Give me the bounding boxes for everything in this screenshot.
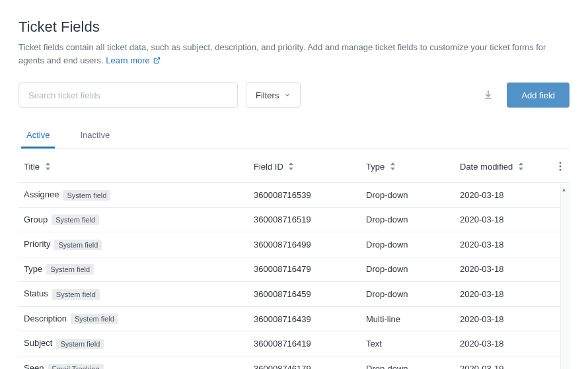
cell-type: Multi-line [366, 314, 460, 324]
row-title: Group [24, 215, 48, 224]
cell-type: Drop-down [366, 190, 460, 200]
sort-icon [288, 162, 294, 172]
cell-fieldid: 360008746179 [254, 364, 366, 369]
learn-more-label: Learn more [106, 55, 149, 65]
cell-fieldid: 360008716479 [254, 264, 366, 274]
tabs: Active Inactive [18, 123, 570, 149]
svg-point-10 [560, 162, 562, 164]
cell-date: 2020-03-18 [460, 339, 546, 349]
svg-marker-2 [46, 162, 50, 165]
sort-icon [390, 162, 396, 172]
svg-marker-3 [46, 168, 50, 170]
svg-point-11 [560, 166, 562, 168]
table-row[interactable]: AssigneeSystem field360008716539Drop-dow… [18, 183, 570, 208]
svg-marker-9 [519, 168, 523, 170]
scroll-up-icon: ▴ [562, 185, 566, 193]
cell-date: 2020-03-18 [460, 190, 546, 200]
filters-label: Filters [256, 90, 279, 100]
cell-title: StatusSystem field [24, 288, 254, 300]
cell-date: 2020-03-18 [460, 215, 546, 224]
svg-line-0 [157, 57, 160, 61]
row-title: Assignee [24, 189, 59, 199]
cell-title: GroupSystem field [24, 215, 254, 226]
svg-marker-7 [390, 168, 395, 170]
row-title: Status [24, 288, 48, 298]
cell-type: Drop-down [366, 289, 460, 299]
cell-fieldid: 360008716439 [254, 314, 366, 324]
row-title: Type [24, 264, 42, 274]
column-fieldid-label: Field ID [254, 162, 283, 172]
cell-fieldid: 360008716419 [254, 339, 366, 349]
page-title: Ticket Fields [18, 18, 570, 36]
svg-point-12 [560, 169, 562, 171]
system-field-badge: System field [56, 339, 104, 349]
column-header-type[interactable]: Type [366, 162, 460, 173]
cell-title: SubjectSystem field [24, 338, 254, 349]
svg-marker-4 [289, 162, 293, 165]
svg-marker-5 [289, 168, 293, 170]
cell-date: 2020-03-18 [460, 289, 546, 299]
search-input[interactable] [18, 83, 238, 108]
row-title: Priority [24, 239, 50, 249]
svg-marker-6 [390, 162, 395, 165]
svg-marker-8 [519, 162, 523, 165]
table-row[interactable]: StatusSystem field360008716459Drop-down2… [18, 282, 570, 307]
table-row[interactable]: TypeSystem field360008716479Drop-down202… [18, 257, 570, 283]
cell-type: Drop-down [366, 364, 460, 369]
column-type-label: Type [366, 162, 385, 172]
cell-title: AssigneeSystem field [24, 189, 254, 201]
cell-type: Text [366, 339, 460, 349]
row-title: Seen [24, 363, 44, 369]
add-field-button[interactable]: Add field [507, 83, 570, 108]
system-field-badge: System field [63, 190, 110, 201]
column-date-label: Date modified [460, 162, 513, 172]
cell-fieldid: 360008716539 [254, 190, 366, 200]
system-field-badge: System field [46, 264, 94, 275]
learn-more-link[interactable]: Learn more [106, 55, 161, 65]
table-row[interactable]: PrioritySystem field360008716499Drop-dow… [18, 232, 570, 257]
description-text: Ticket fields contain all ticket data, s… [18, 42, 546, 65]
table-header: Title Field ID Type Date modified [18, 149, 570, 182]
cell-type: Drop-down [366, 264, 460, 274]
sort-icon [45, 162, 51, 172]
cell-date: 2020-03-18 [460, 240, 546, 250]
tab-inactive[interactable]: Inactive [75, 123, 115, 149]
chevron-down-icon [284, 92, 291, 98]
cell-fieldid: 360008716459 [254, 289, 366, 299]
page-description: Ticket fields contain all ticket data, s… [18, 41, 570, 67]
system-field-badge: System field [52, 289, 100, 300]
scrollbar[interactable]: ▴ [560, 184, 570, 369]
sort-icon [518, 162, 524, 172]
cell-type: Drop-down [366, 240, 460, 250]
table-row[interactable]: SeenEmail Tracking360008746179Drop-down2… [18, 356, 570, 369]
column-title-label: Title [24, 162, 40, 172]
table-row[interactable]: SubjectSystem field360008716419Text2020-… [18, 331, 570, 356]
column-header-title[interactable]: Title [24, 162, 254, 173]
system-field-badge: System field [52, 215, 99, 225]
cell-type: Drop-down [366, 215, 460, 224]
table-body: AssigneeSystem field360008716539Drop-dow… [18, 182, 570, 369]
column-settings-icon[interactable] [559, 163, 562, 173]
table: Title Field ID Type Date modified [18, 149, 570, 369]
cell-title: TypeSystem field [24, 264, 254, 275]
row-title: Description [24, 314, 67, 323]
system-field-badge: System field [54, 240, 102, 250]
column-header-date[interactable]: Date modified [460, 162, 546, 173]
toolbar: Filters Add field [18, 83, 570, 108]
cell-date: 2020-03-18 [460, 314, 546, 324]
cell-date: 2020-03-18 [460, 264, 546, 274]
tab-active[interactable]: Active [21, 123, 55, 149]
row-title: Subject [24, 338, 52, 348]
table-row[interactable]: GroupSystem field360008716519Drop-down20… [18, 208, 570, 233]
external-link-icon [153, 57, 161, 64]
column-header-fieldid[interactable]: Field ID [254, 162, 366, 173]
cell-fieldid: 360008716519 [254, 215, 366, 224]
table-row[interactable]: DescriptionSystem field360008716439Multi… [18, 307, 570, 332]
filters-button[interactable]: Filters [246, 83, 301, 108]
system-field-badge: System field [71, 314, 118, 324]
download-icon[interactable] [478, 84, 499, 107]
cell-fieldid: 360008716499 [254, 240, 366, 250]
cell-date: 2020-03-19 [460, 364, 546, 369]
email-tracking-badge: Email Tracking [48, 364, 103, 370]
cell-title: SeenEmail Tracking [24, 363, 254, 369]
